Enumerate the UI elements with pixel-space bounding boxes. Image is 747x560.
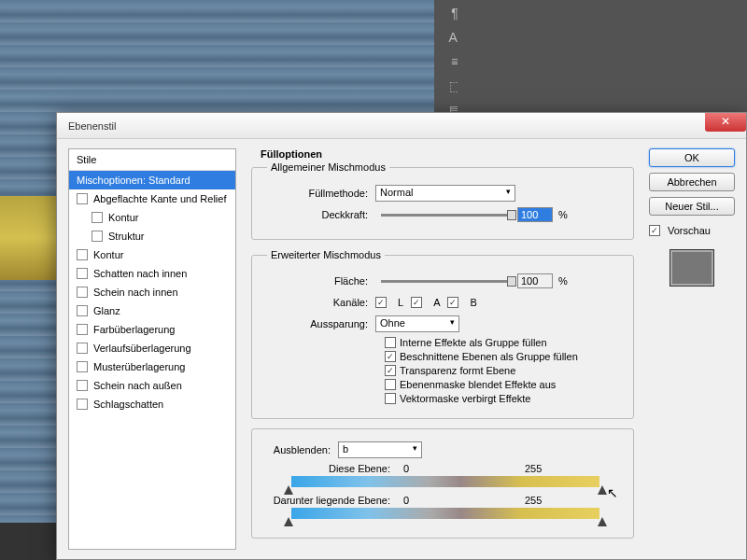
opacity-input[interactable]: 100 bbox=[517, 207, 553, 222]
style-item-3[interactable]: Struktur bbox=[69, 227, 235, 245]
fill-input[interactable]: 100 bbox=[517, 273, 553, 288]
under-layer-gradient[interactable] bbox=[291, 508, 599, 519]
cb-vector-mask-hides[interactable] bbox=[385, 393, 396, 404]
layers-panel: Art Normal Deckkraft: 100% Fixieren: Flä… bbox=[458, 0, 747, 112]
style-checkbox-4[interactable] bbox=[77, 249, 88, 260]
style-checkbox-10[interactable] bbox=[77, 361, 88, 372]
style-checkbox-11[interactable] bbox=[77, 380, 88, 391]
style-label: Mischoptionen: Standard bbox=[77, 175, 190, 186]
style-checkbox-7[interactable] bbox=[77, 305, 88, 316]
style-label: Kontur bbox=[108, 212, 138, 223]
style-label: Musterüberlagerung bbox=[93, 361, 185, 372]
style-label: Glanz bbox=[93, 305, 120, 316]
style-label: Abgeflachte Kante und Relief bbox=[93, 193, 227, 204]
style-item-5[interactable]: Schatten nach innen bbox=[69, 264, 235, 283]
blend-method-dropdown[interactable]: Normal bbox=[375, 185, 515, 202]
style-item-9[interactable]: Verlaufsüberlagerung bbox=[69, 339, 235, 357]
style-item-6[interactable]: Schein nach innen bbox=[69, 283, 235, 301]
options-panel: Fülloptionen Allgemeiner Mischmodus Füll… bbox=[247, 148, 638, 550]
cb-layer-mask-hides[interactable] bbox=[385, 379, 396, 390]
close-button[interactable]: ✕ bbox=[705, 113, 746, 132]
advanced-blend-group: Erweiterter Mischmodus Fläche: 100 % Kan… bbox=[251, 249, 634, 419]
style-checkbox-5[interactable] bbox=[77, 268, 88, 279]
opacity-slider[interactable] bbox=[381, 214, 512, 217]
fill-label-dialog: Fläche: bbox=[263, 275, 375, 287]
channels-label: Kanäle: bbox=[263, 297, 375, 308]
layer-style-dialog: Ebenenstil ✕ Stile Mischoptionen: Standa… bbox=[56, 112, 747, 560]
under-layer-high: 255 bbox=[525, 495, 542, 506]
ok-button[interactable]: OK bbox=[649, 148, 735, 167]
dialog-buttons: OK Abbrechen Neuer Stil... Vorschau bbox=[649, 148, 735, 550]
style-checkbox-2[interactable] bbox=[92, 212, 103, 223]
this-layer-handle-high[interactable] bbox=[598, 485, 607, 495]
channel-a-checkbox[interactable] bbox=[411, 297, 422, 308]
this-layer-low: 0 bbox=[403, 463, 525, 474]
style-label: Kontur bbox=[93, 249, 123, 260]
styles-list: Stile Mischoptionen: StandardAbgeflachte… bbox=[68, 148, 236, 550]
style-label: Farbüberlagerung bbox=[93, 324, 175, 335]
blend-method-label: Füllmethode: bbox=[263, 188, 375, 199]
style-label: Struktur bbox=[108, 231, 145, 242]
style-checkbox-12[interactable] bbox=[77, 399, 88, 410]
style-checkbox-3[interactable] bbox=[92, 231, 103, 242]
this-layer-gradient[interactable]: ↖ bbox=[291, 476, 599, 487]
style-item-11[interactable]: Schein nach außen bbox=[69, 376, 235, 395]
style-item-4[interactable]: Kontur bbox=[69, 245, 235, 264]
style-item-1[interactable]: Abgeflachte Kante und Relief bbox=[69, 189, 235, 208]
style-label: Schatten nach innen bbox=[93, 268, 187, 279]
knockout-label: Aussparung: bbox=[263, 318, 375, 329]
style-label: Schein nach außen bbox=[93, 380, 182, 391]
opacity-label-dialog: Deckkraft: bbox=[263, 209, 375, 220]
channel-b-checkbox[interactable] bbox=[447, 297, 458, 308]
fill-slider[interactable] bbox=[381, 280, 512, 283]
styles-header: Stile bbox=[69, 149, 235, 171]
cancel-button[interactable]: Abbrechen bbox=[649, 173, 735, 191]
general-blend-legend: Allgemeiner Mischmodus bbox=[267, 161, 389, 173]
blend-if-group: Ausblenden: b Diese Ebene: 0 255 ↖ Darun… bbox=[251, 428, 634, 539]
style-item-0[interactable]: Mischoptionen: Standard bbox=[69, 171, 235, 189]
new-style-button[interactable]: Neuer Stil... bbox=[649, 197, 735, 216]
this-layer-high: 255 bbox=[525, 463, 542, 474]
style-label: Schein nach innen bbox=[93, 287, 178, 298]
this-layer-label: Diese Ebene: bbox=[263, 463, 403, 474]
under-layer-handle-low[interactable] bbox=[284, 517, 293, 526]
under-layer-low: 0 bbox=[403, 495, 525, 506]
preview-label: Vorschau bbox=[668, 225, 711, 236]
blendif-dropdown[interactable]: b bbox=[338, 441, 422, 458]
style-label: Schlagschatten bbox=[93, 399, 163, 410]
fill-options-title: Fülloptionen bbox=[261, 148, 634, 160]
cursor-icon: ↖ bbox=[607, 485, 618, 500]
under-layer-label: Darunter liegende Ebene: bbox=[263, 495, 403, 506]
this-layer-handle-low[interactable] bbox=[284, 485, 293, 495]
under-layer-handle-high[interactable] bbox=[598, 517, 607, 526]
style-item-7[interactable]: Glanz bbox=[69, 301, 235, 320]
blendif-label: Ausblenden: bbox=[260, 444, 338, 455]
style-checkbox-6[interactable] bbox=[77, 287, 88, 298]
style-checkbox-8[interactable] bbox=[77, 324, 88, 335]
style-item-8[interactable]: Farbüberlagerung bbox=[69, 320, 235, 339]
style-checkbox-1[interactable] bbox=[77, 193, 88, 204]
cb-clipped-layers[interactable] bbox=[385, 351, 396, 362]
dialog-titlebar[interactable]: Ebenenstil ✕ bbox=[57, 113, 746, 139]
cb-internal-effects[interactable] bbox=[385, 337, 396, 348]
knockout-dropdown[interactable]: Ohne bbox=[375, 315, 459, 332]
preview-checkbox[interactable] bbox=[649, 225, 660, 236]
style-label: Verlaufsüberlagerung bbox=[93, 343, 191, 354]
preview-swatch bbox=[669, 249, 714, 287]
style-item-10[interactable]: Musterüberlagerung bbox=[69, 357, 235, 376]
channel-l-checkbox[interactable] bbox=[375, 297, 387, 308]
cb-transparency-shapes[interactable] bbox=[385, 365, 396, 376]
general-blend-group: Allgemeiner Mischmodus Füllmethode: Norm… bbox=[251, 161, 634, 240]
dialog-title: Ebenenstil bbox=[68, 120, 116, 132]
style-item-12[interactable]: Schlagschatten bbox=[69, 395, 235, 413]
style-item-2[interactable]: Kontur bbox=[69, 208, 235, 227]
style-checkbox-9[interactable] bbox=[77, 343, 88, 354]
advanced-blend-legend: Erweiterter Mischmodus bbox=[267, 249, 385, 260]
